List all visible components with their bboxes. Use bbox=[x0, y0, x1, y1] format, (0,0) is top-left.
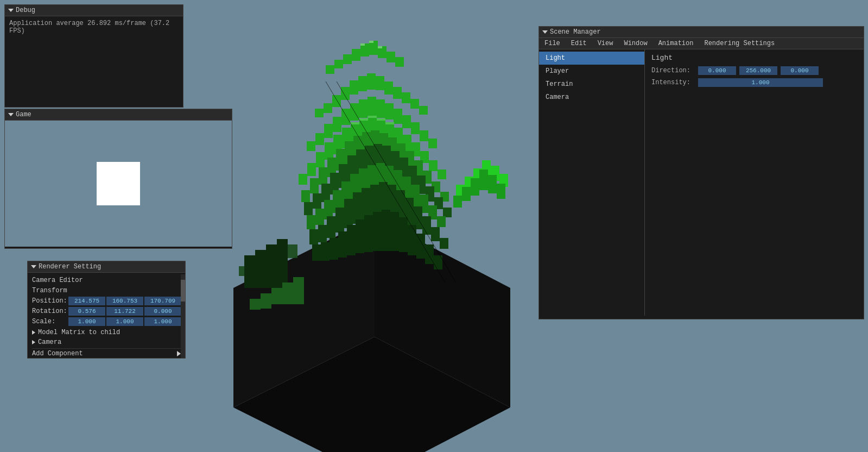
debug-collapse-icon[interactable] bbox=[8, 9, 14, 12]
svg-rect-44 bbox=[385, 103, 394, 120]
svg-rect-142 bbox=[390, 212, 399, 251]
svg-rect-160 bbox=[368, 116, 377, 118]
fps-text: Application average 26.892 ms/frame (37.… bbox=[9, 20, 169, 35]
svg-rect-156 bbox=[471, 178, 479, 196]
camera-row[interactable]: Camera bbox=[32, 337, 181, 347]
camera-expand-icon bbox=[32, 340, 35, 344]
rotation-x-input[interactable] bbox=[68, 307, 105, 316]
position-row: Position: bbox=[32, 297, 181, 305]
svg-rect-46 bbox=[402, 115, 411, 128]
svg-rect-132 bbox=[440, 238, 448, 249]
svg-rect-47 bbox=[411, 122, 420, 134]
svg-rect-159 bbox=[497, 184, 505, 199]
svg-rect-174 bbox=[271, 288, 282, 304]
svg-rect-35 bbox=[307, 141, 315, 151]
rotation-y-input[interactable] bbox=[106, 307, 143, 316]
intensity-label: Intensity: bbox=[651, 79, 695, 86]
menu-edit[interactable]: Edit bbox=[566, 38, 592, 49]
scene-list-item-camera[interactable]: Camera bbox=[539, 91, 644, 104]
scale-label: Scale: bbox=[32, 318, 67, 325]
renderer-scrollbar-thumb[interactable] bbox=[181, 280, 185, 302]
menu-file[interactable]: File bbox=[539, 38, 566, 49]
menu-rendering-settings[interactable]: Rendering Settings bbox=[699, 38, 780, 49]
transform-label: Transform bbox=[32, 286, 181, 297]
svg-rect-20 bbox=[387, 52, 395, 62]
svg-rect-164 bbox=[385, 122, 394, 124]
svg-rect-8 bbox=[288, 244, 297, 258]
game-collapse-icon[interactable] bbox=[8, 113, 14, 116]
scene-list-item-terrain[interactable]: Terrain bbox=[539, 78, 644, 91]
svg-rect-141 bbox=[382, 210, 390, 251]
renderer-scrollbar-track[interactable] bbox=[181, 274, 185, 358]
debug-panel-title: Debug bbox=[16, 7, 35, 14]
svg-rect-101 bbox=[307, 215, 315, 229]
menu-animation[interactable]: Animation bbox=[653, 38, 699, 49]
scene-properties: Light Direction: Intensity: bbox=[645, 49, 864, 316]
direction-z-input[interactable] bbox=[781, 66, 819, 75]
svg-rect-31 bbox=[393, 87, 402, 99]
svg-rect-130 bbox=[422, 216, 431, 235]
svg-rect-140 bbox=[373, 212, 382, 251]
svg-rect-37 bbox=[324, 124, 333, 138]
scene-collapse-icon[interactable] bbox=[542, 30, 548, 34]
position-z-input[interactable] bbox=[144, 297, 181, 305]
svg-rect-23 bbox=[324, 103, 332, 113]
rotation-row: Rotation: bbox=[32, 307, 181, 316]
svg-rect-117 bbox=[309, 229, 318, 244]
svg-rect-43 bbox=[376, 99, 385, 118]
svg-rect-143 bbox=[399, 217, 408, 252]
svg-rect-22 bbox=[315, 109, 324, 117]
svg-rect-177 bbox=[261, 293, 271, 309]
scene-menu-bar: File Edit View Window Animation Renderin… bbox=[539, 38, 864, 49]
svg-rect-69 bbox=[319, 167, 327, 185]
add-component-label: Add Component bbox=[32, 350, 83, 357]
svg-rect-26 bbox=[350, 80, 358, 95]
svg-rect-14 bbox=[334, 60, 343, 68]
model-matrix-row[interactable]: Model Matrix to child bbox=[32, 328, 181, 337]
svg-rect-50 bbox=[299, 174, 307, 185]
position-y-input[interactable] bbox=[106, 297, 143, 305]
svg-rect-32 bbox=[402, 92, 410, 103]
scale-x-input[interactable] bbox=[68, 317, 105, 326]
rotation-label: Rotation: bbox=[32, 307, 67, 315]
add-component-row[interactable]: Add Component bbox=[32, 348, 181, 359]
scale-z-input[interactable] bbox=[144, 317, 181, 326]
svg-rect-139 bbox=[364, 215, 373, 252]
game-panel-title: Game bbox=[16, 111, 31, 118]
direction-x-input[interactable] bbox=[698, 66, 736, 75]
svg-rect-85 bbox=[313, 193, 321, 209]
scene-list-item-light[interactable]: Light bbox=[539, 52, 644, 65]
svg-rect-39 bbox=[341, 109, 350, 125]
svg-rect-138 bbox=[356, 219, 364, 253]
svg-rect-165 bbox=[369, 41, 373, 43]
svg-rect-15 bbox=[343, 54, 352, 64]
svg-rect-161 bbox=[359, 118, 368, 121]
scene-manager-header: Scene Manager bbox=[539, 27, 864, 38]
svg-rect-52 bbox=[316, 152, 325, 167]
menu-window[interactable]: Window bbox=[618, 38, 652, 49]
debug-panel: Debug Application average 26.892 ms/fram… bbox=[4, 4, 183, 108]
menu-view[interactable]: View bbox=[592, 38, 619, 49]
game-viewport bbox=[5, 121, 232, 247]
svg-rect-34 bbox=[419, 106, 428, 115]
intensity-input[interactable] bbox=[698, 78, 823, 87]
scene-list-item-player[interactable]: Player bbox=[539, 65, 644, 78]
scale-y-input[interactable] bbox=[106, 317, 143, 326]
direction-y-input[interactable] bbox=[739, 66, 777, 75]
svg-rect-53 bbox=[325, 142, 333, 160]
renderer-collapse-icon[interactable] bbox=[31, 265, 36, 268]
svg-rect-28 bbox=[367, 73, 376, 90]
svg-rect-171 bbox=[277, 239, 288, 288]
svg-rect-51 bbox=[307, 163, 316, 176]
model-matrix-label: Model Matrix to child bbox=[38, 329, 120, 336]
svg-rect-154 bbox=[453, 196, 462, 208]
rotation-z-input[interactable] bbox=[144, 307, 181, 316]
svg-rect-21 bbox=[395, 57, 404, 67]
svg-rect-16 bbox=[352, 49, 360, 61]
svg-rect-175 bbox=[282, 282, 293, 304]
svg-rect-118 bbox=[318, 225, 327, 242]
renderer-panel-title: Renderer Setting bbox=[39, 263, 101, 271]
svg-rect-137 bbox=[347, 225, 356, 255]
position-x-input[interactable] bbox=[68, 297, 105, 305]
svg-rect-176 bbox=[293, 277, 304, 304]
